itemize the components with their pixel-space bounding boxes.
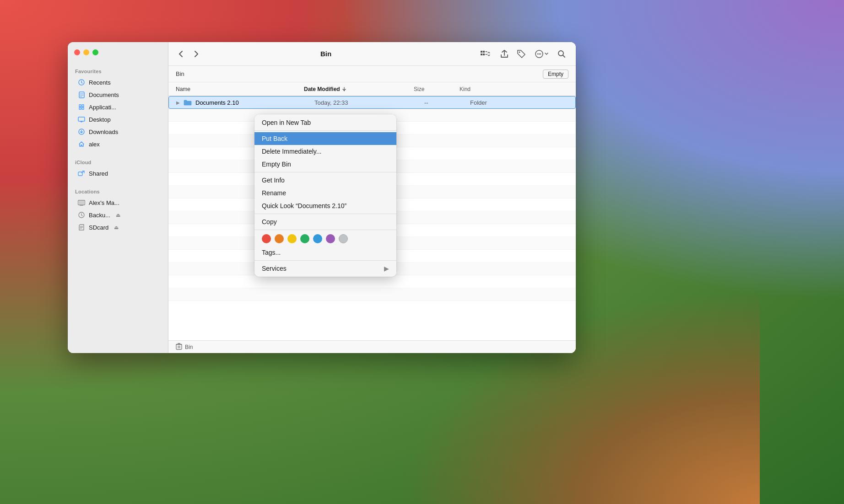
menu-item-label: Rename (262, 189, 286, 197)
sidebar-item-label: alex (89, 141, 100, 148)
menu-item-label: Open in New Tab (262, 119, 311, 126)
svg-point-17 (558, 51, 563, 56)
breadcrumb: Bin (176, 70, 184, 77)
menu-separator (254, 260, 396, 261)
locations-section-label: Locations (68, 185, 168, 196)
menu-item-open-new-tab[interactable]: Open in New Tab (254, 116, 396, 129)
file-date: Today, 22:33 (314, 99, 424, 106)
backup-icon (78, 211, 85, 219)
menu-item-quick-look[interactable]: Quick Look “Documents 2.10” (254, 199, 396, 212)
svg-point-15 (539, 53, 540, 54)
col-size-header[interactable]: Size (414, 86, 460, 92)
sidebar-item-label: Applicati... (89, 104, 116, 111)
services-arrow-icon: ▶ (384, 265, 389, 272)
svg-rect-11 (483, 54, 485, 55)
context-menu: Open in New Tab Put Back Delete Immediat… (254, 114, 396, 277)
svg-rect-2 (78, 117, 85, 121)
sidebar: Favourites Recents Documents (68, 42, 168, 353)
menu-item-put-back[interactable]: Put Back (254, 132, 396, 145)
svg-point-12 (519, 51, 520, 53)
tag-blue[interactable] (313, 234, 322, 243)
svg-point-14 (537, 53, 538, 54)
menu-item-get-info[interactable]: Get Info (254, 174, 396, 187)
window-title: Bin (179, 50, 472, 58)
menu-item-copy[interactable]: Copy (254, 215, 396, 228)
menu-item-label: Put Back (262, 135, 287, 142)
svg-rect-6 (79, 201, 84, 204)
home-icon (78, 140, 85, 148)
maximize-button[interactable] (92, 49, 98, 55)
sidebar-item-label: Documents (89, 91, 119, 98)
sidebar-item-shared[interactable]: Shared (70, 167, 165, 179)
sidebar-item-label: Backu... (89, 212, 110, 219)
svg-point-16 (540, 53, 541, 54)
sidebar-item-alexsmac[interactable]: Alex's Ma... (70, 197, 165, 209)
menu-item-rename[interactable]: Rename (254, 187, 396, 199)
expand-icon[interactable]: ▶ (176, 100, 184, 105)
sidebar-item-label: Recents (89, 79, 111, 86)
tag-green[interactable] (300, 234, 309, 243)
clock-icon (78, 79, 85, 86)
download-icon (78, 128, 85, 135)
bin-icon (176, 343, 182, 351)
sidebar-item-sdcard[interactable]: SDcard ⏏ (70, 221, 165, 233)
sidebar-item-documents[interactable]: Documents (70, 89, 165, 101)
more-options-button[interactable] (532, 48, 551, 60)
search-button[interactable] (555, 48, 568, 60)
status-text: Bin (185, 344, 193, 350)
menu-item-services[interactable]: Services ▶ (254, 262, 396, 275)
sidebar-item-label: Shared (89, 170, 108, 177)
menu-item-tags[interactable]: Tags... (254, 246, 396, 259)
tag-button[interactable] (514, 48, 528, 60)
sidebar-item-backup[interactable]: Backu... ⏏ (70, 209, 165, 221)
empty-button[interactable]: Empty (543, 70, 568, 79)
breadcrumb-bar: Bin Empty (168, 66, 576, 82)
column-headers: Name Date Modified Size Kind (168, 82, 576, 96)
file-name: Documents 2.10 (195, 99, 314, 106)
col-kind-header: Kind (460, 86, 568, 92)
menu-item-label: Get Info (262, 177, 285, 184)
menu-separator (254, 130, 396, 131)
tag-gray[interactable] (339, 234, 348, 243)
menu-item-label: Delete Immediately... (262, 148, 321, 155)
menu-item-empty-bin[interactable]: Empty Bin (254, 158, 396, 171)
sidebar-item-alex[interactable]: alex (70, 138, 165, 150)
sidebar-item-label: Desktop (89, 116, 111, 123)
sdcard-icon (78, 224, 85, 231)
table-row (168, 288, 576, 301)
tag-orange[interactable] (275, 234, 284, 243)
menu-item-delete-immediately[interactable]: Delete Immediately... (254, 145, 396, 158)
status-bar: Bin (168, 340, 576, 353)
col-name-header[interactable]: Name (176, 86, 304, 92)
computer-icon (78, 199, 85, 206)
sidebar-item-label: SDcard (89, 224, 108, 231)
close-button[interactable] (74, 49, 80, 55)
file-size: -- (424, 99, 470, 106)
tag-yellow[interactable] (287, 234, 297, 243)
tag-red[interactable] (262, 234, 271, 243)
col-date-header[interactable]: Date Modified (304, 86, 414, 92)
sidebar-item-applications[interactable]: Applicati... (70, 101, 165, 113)
shared-icon (78, 170, 85, 177)
menu-item-label: Quick Look “Documents 2.10” (262, 202, 346, 209)
table-row[interactable]: ▶ Documents 2.10 Today, 22:33 -- Folder (168, 96, 576, 109)
svg-rect-9 (483, 51, 485, 53)
doc-icon (78, 91, 85, 98)
menu-separator (254, 230, 396, 230)
minimize-button[interactable] (83, 49, 89, 55)
table-row (168, 275, 576, 288)
menu-item-label: Copy (262, 218, 277, 225)
app-icon (78, 103, 85, 111)
sidebar-item-desktop[interactable]: Desktop (70, 113, 165, 125)
svg-rect-10 (481, 54, 482, 55)
share-button[interactable] (498, 48, 511, 60)
sidebar-item-label: Downloads (89, 129, 118, 135)
favourites-section-label: Favourites (68, 65, 168, 76)
color-tags-row (254, 231, 396, 246)
view-options-button[interactable] (478, 48, 494, 59)
sidebar-item-downloads[interactable]: Downloads (70, 126, 165, 138)
desktop-icon (78, 116, 85, 123)
menu-item-label: Empty Bin (262, 161, 291, 168)
tag-purple[interactable] (326, 234, 335, 243)
sidebar-item-recents[interactable]: Recents (70, 76, 165, 88)
